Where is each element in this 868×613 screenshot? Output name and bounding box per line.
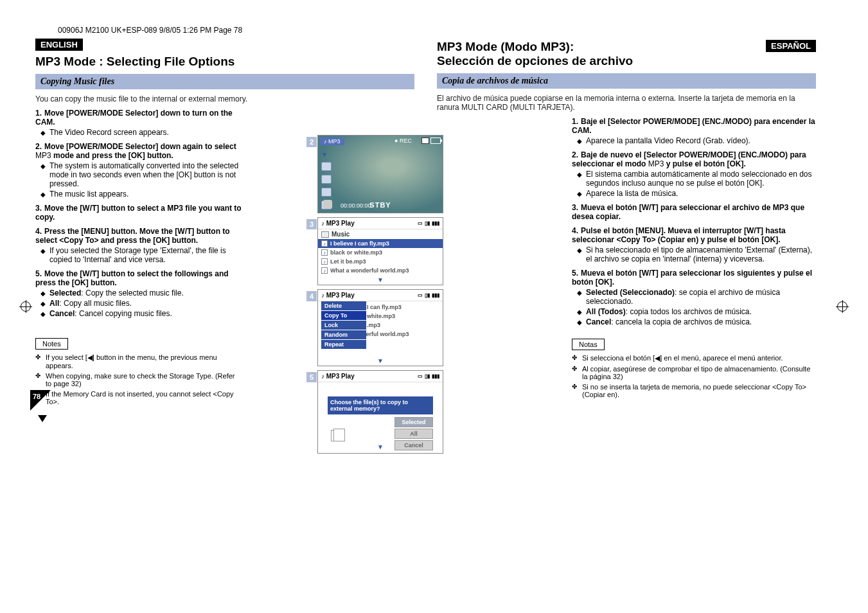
r-step2-bullet2: Aparece la lista de música.	[572, 189, 816, 198]
step1-head: 1.Move [POWER/MODE Selector] down to tur…	[35, 109, 247, 127]
copy-icon	[331, 430, 341, 441]
note-left-2: When copying, make sure to check the Sto…	[35, 372, 241, 387]
list-item: ♪What a wonderful world.mp3	[318, 266, 443, 275]
step5-opt1: Selected: Copy the selected music file.	[35, 289, 247, 298]
r-step5-opt2: All (Todos): copia todos los archivos de…	[572, 307, 816, 316]
step2-bullet2: The music list appears.	[35, 190, 247, 199]
mode-icon	[321, 175, 332, 184]
step3-head: 3.Move the [W/T] button to select a MP3 …	[35, 204, 247, 222]
section-bar-left: Copying Music files	[35, 74, 414, 89]
registration-mark-right	[836, 300, 849, 313]
menu-item-delete: Delete	[321, 301, 366, 310]
note-left-3: If the Memory Card is not inserted, you …	[35, 390, 241, 405]
note-right-2: Al copiar, asegúrese de comprobar el tip…	[572, 365, 816, 380]
list-item: ♪black or white.mp3	[318, 248, 443, 257]
step2-head: 2.Move [POWER/MODE Selector] down again …	[35, 142, 247, 160]
registration-mark-left	[19, 300, 32, 313]
title-left: MP3 Mode : Selecting File Options	[35, 55, 254, 69]
r-step1-bullet: Aparece la pantalla Video Record (Grab. …	[572, 136, 816, 145]
sd-icon: ▭	[418, 220, 423, 226]
step5-opt2: All: Copy all music files.	[35, 299, 247, 308]
stby-label: STBY	[369, 201, 391, 209]
notes-label-right: Notas	[572, 339, 605, 350]
status-icons: ▭▯▮▮▮▮	[418, 292, 439, 298]
language-tag-en: ENGLISH	[35, 39, 83, 51]
sd-icon: ▭	[418, 373, 423, 379]
mode-icon	[321, 162, 332, 171]
intro-left: You can copy the music file to the inter…	[35, 94, 414, 103]
r-step4-bullet: Si ha seleccionado el tipo de almacenami…	[572, 245, 816, 263]
rec-indicator: ● REC	[394, 138, 412, 144]
header-printinfo: 00906J M2100 UK+ESP-089 9/8/05 1:26 PM P…	[58, 26, 242, 35]
scroll-down-icon: ▼	[318, 275, 443, 285]
menu-item-random: Random	[321, 330, 366, 339]
note-icon: ♪	[321, 258, 328, 265]
screen-number-3: 3	[306, 219, 317, 229]
screen-number-5: 5	[306, 372, 317, 382]
sd-icon	[421, 138, 429, 144]
title-right-1: MP3 Mode (Modo MP3):	[437, 40, 816, 54]
step5-head: 5.Move the [W/T] button to select the fo…	[35, 269, 247, 287]
screen-preview-4: 4 ♪ MP3 Play▭▯▮▮▮▮ I can fly.mp3 white.m…	[317, 289, 443, 366]
step1-bullet: The Video Record screen appears.	[35, 128, 247, 137]
notes-label-left: Notes	[35, 338, 68, 350]
timecode: 00:00:00:00	[341, 202, 371, 209]
step4-bullet: If you selected the Storage type 'Extern…	[35, 246, 247, 264]
screen-preview-2: 2 ♪ MP3 ● REC ▼ 00:00:00:00 STBY	[317, 135, 443, 213]
list-item: ♪Let it be.mp3	[318, 257, 443, 266]
vol-icon: ▯▮	[425, 292, 430, 298]
r-step1-head: 1.Baje el [Selector POWER/MODE] (ENC./MO…	[572, 117, 816, 135]
dialog-text: Choose the file(s) to copy to external m…	[328, 396, 433, 414]
status-icons: ▭▯▮▮▮▮	[418, 220, 439, 226]
screen-number-4: 4	[306, 291, 317, 301]
menu-item-lock: Lock	[321, 321, 366, 330]
r-step5-opt3: Cancel: cancela la copia de archivos de …	[572, 317, 816, 326]
r-step3-head: 3.Mueva el botón [W/T] para seleccionar …	[572, 203, 816, 221]
list-item: ♪I believe I can fly.mp3	[318, 239, 443, 248]
dialog-opt-selected: Selected	[394, 417, 433, 427]
screen-preview-3: 3 ♪ MP3 Play▭▯▮▮▮▮ Music ♪I believe I ca…	[317, 217, 443, 285]
r-step5-head: 5.Mueva el botón [W/T] para seleccionar …	[572, 269, 816, 287]
step5-opt3: Cancel: Cancel copying music files.	[35, 309, 247, 318]
r-step2-bullet1: El sistema cambia automáticamente al mod…	[572, 170, 816, 188]
language-tag-es: ESPAÑOL	[766, 40, 816, 52]
vol-icon: ▯▮	[425, 220, 430, 226]
scroll-down-icon: ▼	[318, 442, 443, 452]
vol-icon: ▯▮	[425, 373, 430, 379]
r-step5-opt1: Selected (Seleccionado): se copia el arc…	[572, 288, 816, 306]
page-number-corner: 78	[30, 390, 53, 413]
page-arrow-icon	[38, 415, 47, 422]
step4-head: 4.Press the [MENU] button. Move the [W/T…	[35, 227, 247, 245]
intro-right: El archivo de música puede copiarse en l…	[437, 94, 816, 112]
step2-bullet1: The system is automatically converted in…	[35, 161, 247, 188]
note-icon: ♪	[321, 267, 328, 274]
r-step4-head: 4.Pulse el botón [MENU]. Mueva el interr…	[572, 226, 816, 244]
title-right-2: Selección de opciones de archivo	[437, 54, 816, 68]
r-step2-head: 2.Baje de nuevo el [Selector POWER/MODE]…	[572, 150, 816, 168]
note-icon: ♪	[321, 240, 328, 247]
screen-preview-5: 5 ♪ MP3 Play▭▯▮▮▮▮ Choose the file(s) to…	[317, 370, 443, 454]
folder-header: Music	[318, 229, 443, 239]
screen-number-2: 2	[306, 137, 317, 147]
scroll-down-icon: ▼	[318, 356, 443, 366]
note-icon: ♪	[321, 249, 328, 256]
note-right-1: Si selecciona el botón [◀] en el menú, a…	[572, 354, 816, 362]
menu-item-repeat: Repeat	[321, 340, 366, 349]
mp3-badge: ♪ MP3	[320, 138, 344, 145]
sd-icon: ▭	[418, 292, 423, 298]
note-right-3: Si no se inserta la tarjeta de memoria, …	[572, 383, 816, 398]
menu-item-copyto: Copy To	[321, 311, 366, 320]
section-bar-right: Copia de archivos de música	[437, 73, 816, 89]
page-right: ESPAÑOL MP3 Mode (Modo MP3): Selección d…	[437, 39, 816, 401]
mode-icon	[321, 188, 332, 197]
stop-icon	[323, 200, 332, 209]
status-icons: ▭▯▮▮▮▮	[418, 373, 439, 379]
folder-icon	[321, 231, 329, 238]
note-left-1: If you select [◀] button in the menu, th…	[35, 353, 241, 369]
dialog-opt-all: All	[394, 429, 433, 439]
